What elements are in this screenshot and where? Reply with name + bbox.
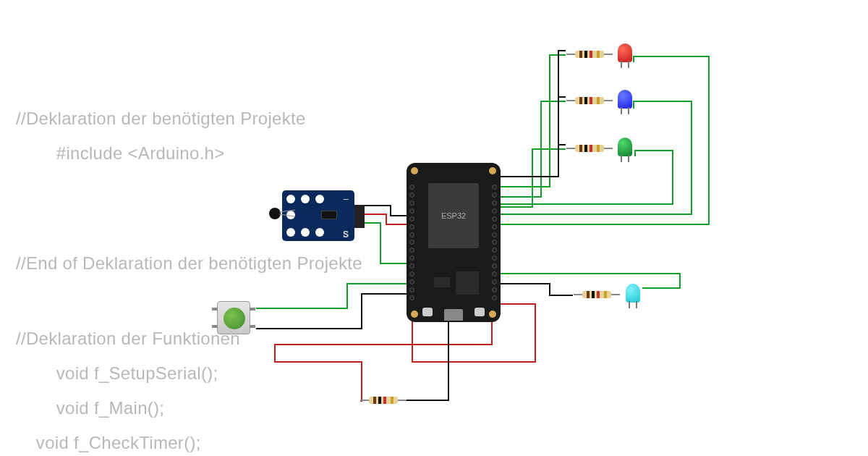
code-line-2: #include <Arduino.h> [16, 143, 225, 164]
resistor-r2[interactable] [575, 97, 604, 104]
push-button[interactable] [217, 301, 250, 334]
temperature-sensor-module[interactable]: – S [282, 190, 354, 241]
sensor-minus-label: – [344, 193, 349, 204]
led-blue[interactable] [618, 90, 632, 109]
code-line-6: void f_Main(); [16, 398, 164, 418]
led-green[interactable] [618, 138, 632, 156]
sensor-s-label: S [343, 229, 349, 240]
resistor-r3[interactable] [575, 145, 604, 152]
led-red[interactable] [618, 43, 632, 62]
resistor-r4[interactable] [582, 291, 611, 298]
code-line-1: //Deklaration der benötigten Projekte [16, 109, 306, 129]
esp32-chip-label: ESP32 [428, 183, 479, 248]
code-line-4: //Deklaration der Funktionen [16, 329, 240, 349]
resistor-r1[interactable] [575, 51, 604, 58]
en-button[interactable] [475, 308, 485, 316]
resistor-r5[interactable] [369, 397, 398, 404]
code-line-5: void f_SetupSerial(); [16, 363, 218, 384]
boot-button[interactable] [422, 308, 433, 316]
code-line-7: void f_CheckTimer(); [16, 433, 201, 453]
usb-port-icon [444, 309, 463, 321]
esp32-board[interactable]: ESP32 [407, 163, 501, 322]
code-line-3: //End of Deklaration der benötigten Proj… [16, 253, 362, 274]
led-cyan[interactable] [626, 284, 640, 303]
